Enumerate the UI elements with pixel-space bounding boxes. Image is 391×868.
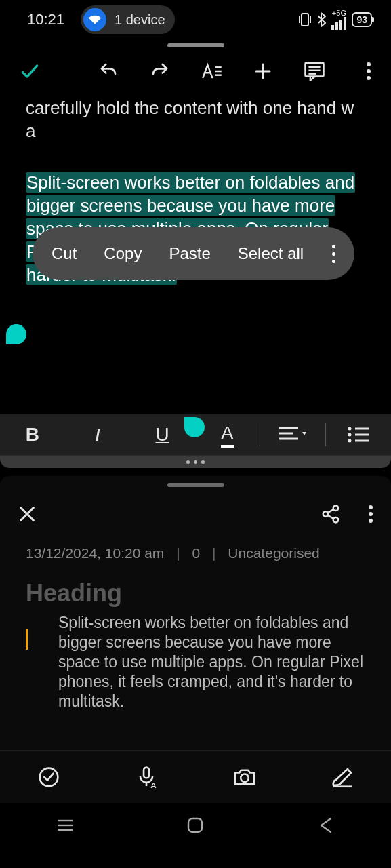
ctx-cut[interactable]: Cut: [38, 227, 90, 280]
top-app-pane: carefully hold the content with one hand…: [0, 39, 391, 468]
svg-line-25: [328, 509, 334, 513]
italic-button[interactable]: I: [65, 423, 130, 446]
ctx-paste[interactable]: Paste: [155, 227, 224, 280]
align-button[interactable]: [260, 425, 325, 444]
camera-button[interactable]: [196, 767, 293, 787]
draw-button[interactable]: [293, 766, 391, 788]
text-format-button[interactable]: [186, 54, 237, 89]
svg-point-11: [367, 69, 371, 73]
device-label: 1 device: [115, 12, 165, 28]
svg-text:A: A: [151, 780, 157, 788]
svg-point-16: [348, 427, 352, 431]
svg-point-30: [40, 768, 58, 786]
pane-grabber[interactable]: [0, 456, 391, 468]
ctx-more[interactable]: [318, 243, 349, 265]
share-button[interactable]: [321, 504, 341, 524]
system-nav-bar: [0, 803, 391, 848]
bluetooth-icon: [316, 12, 326, 27]
undo-button[interactable]: [83, 54, 134, 89]
note-body-text[interactable]: Split-screen works better on foldables a…: [58, 613, 372, 711]
editor-text-above: carefully hold the content with one hand…: [26, 96, 365, 142]
checklist-button[interactable]: [0, 766, 98, 788]
svg-point-22: [323, 511, 329, 517]
svg-point-17: [348, 433, 352, 437]
editor-toolbar: [0, 47, 391, 95]
svg-point-10: [367, 62, 371, 66]
nav-back[interactable]: [285, 816, 367, 834]
note-category[interactable]: Uncategorised: [228, 545, 319, 561]
voice-button[interactable]: A: [98, 766, 195, 789]
nav-recents[interactable]: [24, 818, 106, 832]
bottom-app-pane: 13/12/2024, 10:20 am | 0 | Uncategorised…: [0, 476, 391, 803]
device-chip[interactable]: 1 device: [81, 5, 175, 34]
editor-body[interactable]: carefully hold the content with one hand…: [0, 95, 391, 414]
vibrate-icon: [299, 12, 311, 27]
close-button[interactable]: [18, 505, 37, 524]
svg-line-26: [328, 515, 334, 519]
svg-point-28: [369, 512, 373, 516]
svg-point-29: [369, 519, 373, 523]
svg-point-34: [241, 774, 249, 782]
svg-point-27: [369, 505, 373, 509]
svg-point-23: [333, 506, 339, 511]
list-button[interactable]: [326, 426, 391, 443]
nav-home[interactable]: [155, 816, 236, 834]
selection-handle-end[interactable]: [184, 417, 205, 437]
note-datetime: 13/12/2024, 10:20 am: [26, 545, 164, 561]
svg-point-12: [367, 76, 371, 80]
note-more-button[interactable]: [368, 505, 373, 524]
network-5g-icon: +5G: [331, 9, 346, 30]
svg-point-18: [348, 439, 352, 443]
more-button[interactable]: [350, 54, 387, 89]
svg-rect-0: [302, 14, 308, 26]
text-caret: [26, 629, 28, 650]
status-time: 10:21: [27, 11, 64, 28]
battery-icon: 93: [352, 12, 372, 27]
note-char-count: 0: [192, 545, 201, 561]
confirm-button[interactable]: [4, 54, 56, 89]
note-meta: 13/12/2024, 10:20 am | 0 | Uncategorised: [0, 533, 391, 567]
comment-icon[interactable]: [289, 54, 340, 89]
ctx-copy[interactable]: Copy: [90, 227, 155, 280]
cast-icon: [83, 8, 106, 31]
svg-rect-31: [144, 767, 149, 778]
ctx-select-all[interactable]: Select all: [224, 227, 317, 280]
bold-button[interactable]: B: [0, 424, 65, 446]
selection-handle-start[interactable]: [6, 324, 26, 344]
split-divider[interactable]: [0, 468, 391, 476]
svg-rect-39: [188, 818, 202, 832]
svg-point-24: [333, 517, 339, 523]
split-handle-bottom[interactable]: [167, 483, 224, 487]
status-bar: 10:21 1 device +5G 93: [0, 0, 391, 39]
add-button[interactable]: [237, 54, 289, 89]
note-bottom-toolbar: A: [0, 750, 391, 803]
text-context-menu: Cut Copy Paste Select all: [33, 227, 354, 280]
note-heading-input[interactable]: Heading: [0, 567, 391, 610]
redo-button[interactable]: [134, 54, 186, 89]
